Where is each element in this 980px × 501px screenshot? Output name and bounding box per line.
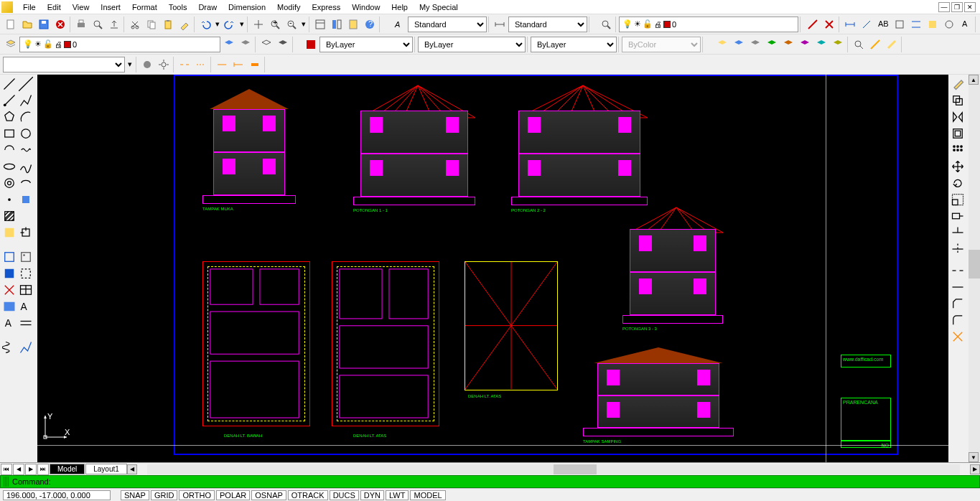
redo-button[interactable] (222, 17, 238, 32)
redo-dropdown[interactable]: ▾ (238, 17, 246, 32)
pline-tool[interactable] (18, 93, 34, 108)
zoom-dropdown[interactable]: ▾ (300, 17, 307, 32)
menu-express[interactable]: Express (306, 1, 346, 13)
menu-draw[interactable]: Draw (192, 1, 223, 13)
copy-tool-r[interactable] (950, 93, 966, 108)
arc-tool[interactable] (18, 109, 34, 125)
menu-edit[interactable]: Edit (42, 1, 67, 13)
tab-layout1[interactable]: Layout1 (85, 464, 127, 474)
stretch-tool[interactable] (950, 208, 966, 224)
tab-prev[interactable]: ◀ (13, 464, 24, 475)
dyn-toggle[interactable]: DYN (360, 490, 384, 500)
layer-select[interactable]: 💡 ☀ 🔓 🖨 0 (19, 37, 220, 52)
scroll-left[interactable]: ◀ (127, 464, 137, 474)
plotstyle-select[interactable]: ByColor (622, 37, 701, 52)
block-tool[interactable] (18, 192, 34, 207)
menu-tools[interactable]: Tools (163, 1, 193, 13)
close-doc-button[interactable] (52, 17, 68, 32)
layoff-button[interactable] (714, 37, 730, 52)
polar-toggle[interactable]: POLAR (216, 490, 250, 500)
undo-dropdown[interactable]: ▾ (214, 17, 221, 32)
menu-dimension[interactable]: Dimension (223, 1, 271, 13)
open-button[interactable] (19, 17, 35, 32)
extend-tool[interactable] (950, 241, 966, 257)
scroll-up[interactable]: ▲ (969, 75, 979, 85)
drawing-canvas[interactable]: TAMPAK MUKA POTONGAN 1 - 1 POTONGAN 2 - … (37, 75, 948, 462)
ducs-toggle[interactable]: DUCS (330, 490, 359, 500)
textstyle-icon[interactable]: A (391, 17, 407, 32)
linetype-select[interactable]: ByLayer (418, 37, 526, 52)
revcloud-tool[interactable] (18, 142, 34, 158)
command-line[interactable]: Command: (0, 475, 980, 488)
dimlinear-button[interactable] (842, 17, 858, 32)
mline-tool[interactable] (18, 315, 34, 331)
polygon-tool[interactable] (1, 109, 17, 125)
vscroll-thumb[interactable] (969, 250, 980, 278)
spline-tool[interactable] (18, 159, 34, 174)
tab-first[interactable]: ⏮ (1, 464, 12, 475)
coordinates-readout[interactable]: 196.000, -17.000, 0.000 (3, 490, 111, 500)
menu-myspecial[interactable]: My Special (414, 1, 464, 13)
publish-button[interactable] (106, 17, 122, 32)
text-tool[interactable]: A (1, 315, 17, 331)
layer-prev-button[interactable] (221, 37, 237, 52)
point-tool[interactable] (1, 192, 17, 207)
model-toggle[interactable]: MODEL (410, 490, 445, 500)
tab-last[interactable]: ⏭ (37, 464, 49, 475)
gradient-tool[interactable] (18, 208, 34, 224)
donut-tool[interactable] (1, 175, 17, 191)
paste-button[interactable] (160, 17, 176, 32)
laythw-button[interactable] (764, 37, 780, 52)
move-tool[interactable] (950, 159, 966, 174)
delete-button[interactable] (821, 17, 837, 32)
chamfer-tool[interactable] (950, 296, 966, 312)
close-button[interactable]: ✕ (964, 2, 976, 12)
dimtext-button[interactable]: ABC (875, 17, 891, 32)
text-style-select[interactable]: Standard (408, 17, 487, 32)
find-button[interactable] (598, 17, 614, 32)
ray-tool[interactable] (1, 93, 17, 108)
pan-button[interactable] (251, 17, 266, 32)
boundary-tool[interactable] (18, 266, 34, 281)
trim-tool[interactable] (950, 225, 966, 240)
save-button[interactable] (36, 17, 52, 32)
help-button[interactable]: ? (362, 17, 378, 32)
array-tool[interactable] (950, 142, 966, 158)
laylck-button[interactable] (780, 37, 796, 52)
render-button[interactable] (139, 57, 155, 72)
menu-format[interactable]: Format (126, 1, 163, 13)
measure-button[interactable] (884, 37, 900, 52)
brk1-button[interactable] (177, 57, 192, 72)
color-select[interactable]: ByLayer (319, 37, 413, 52)
ellipse-tool[interactable] (1, 159, 17, 174)
otrack-toggle[interactable]: OTRACK (288, 490, 328, 500)
scale-tool[interactable] (950, 192, 966, 207)
dim3-button[interactable] (247, 57, 263, 72)
dim-style-select[interactable]: Standard (508, 17, 587, 32)
tab-model[interactable]: Model (50, 464, 85, 474)
offset-tool[interactable] (950, 126, 966, 141)
named-views-select[interactable] (3, 57, 125, 72)
dimang-button[interactable]: A (958, 17, 974, 32)
new-button[interactable] (3, 17, 19, 32)
dimstyle-icon[interactable] (492, 17, 508, 32)
layfrz-button[interactable] (747, 37, 763, 52)
gear-button[interactable] (156, 57, 172, 72)
ortho-toggle[interactable]: ORTHO (179, 490, 215, 500)
3dpoly-tool[interactable] (18, 340, 34, 355)
minimize-button[interactable]: — (938, 2, 950, 12)
toolpalettes-button[interactable] (345, 17, 361, 32)
menu-modify[interactable]: Modify (271, 1, 306, 13)
explode-tool[interactable] (950, 329, 966, 345)
cut-button[interactable] (127, 17, 143, 32)
undo-button[interactable] (197, 17, 213, 32)
matchprop-button[interactable] (177, 17, 192, 32)
laymch-button[interactable] (830, 37, 846, 52)
dline-button[interactable] (805, 17, 821, 32)
menu-insert[interactable]: Insert (95, 1, 126, 13)
layeruniso-button[interactable] (275, 37, 291, 52)
dim2-button[interactable] (230, 57, 246, 72)
join-tool[interactable] (950, 279, 966, 295)
xref-tool[interactable] (1, 249, 17, 265)
table-tool[interactable] (18, 282, 34, 298)
